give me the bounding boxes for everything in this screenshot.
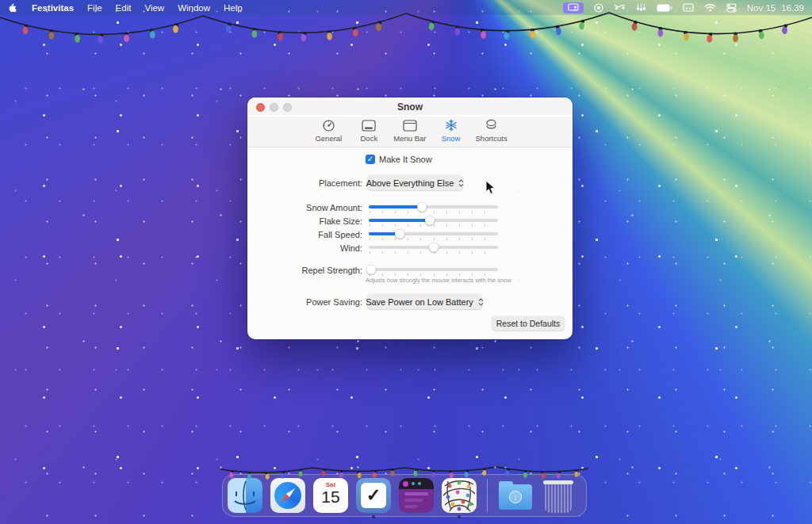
calendar-day: 15 [313,488,348,505]
popup-value: Above Everything Else [366,178,454,188]
window-title: Snow [247,101,573,113]
checkmark-icon: ✓ [361,483,386,508]
slider-ticks [370,251,497,254]
menu-app-name[interactable]: Festivitas [32,3,74,13]
snow-amount-slider[interactable] [369,202,498,215]
slider-label: Fall Speed: [247,229,362,240]
make-it-snow-checkbox[interactable]: ✓ [366,155,375,164]
tab-label: Shortcuts [476,134,508,143]
slider-ticks [370,211,497,213]
running-indicator [372,515,375,518]
fall-speed-row: Fall Speed: [247,229,573,242]
tab-snow[interactable]: Snow [435,117,467,147]
make-it-snow-row: ✓ Make It Snow [247,154,573,170]
menu-edit[interactable]: Edit [116,3,132,13]
dock-item-festivitas[interactable] [442,478,477,513]
dock-item-purple-app[interactable] [399,478,434,513]
flake-size-row: Flake Size: [247,216,573,228]
safari-compass [274,482,301,509]
toolbar-divider [247,147,573,147]
flake-size-slider[interactable] [369,216,498,228]
chevron-up-down-icon [478,298,484,306]
slider-ticks [370,273,497,276]
snow-amount-row: Snow Amount: [247,202,573,215]
dock-item-safari[interactable] [270,478,305,513]
tab-menu-bar[interactable]: Menu Bar [393,117,426,147]
repel-help-text: Adjusts how strongly the mouse interacts… [366,277,511,284]
settings-tab-bar: General Dock Menu Bar Snow [247,117,573,147]
slider-ticks [370,238,497,240]
power-saving-popup[interactable]: Save Power on Low Battery [367,294,482,309]
trash-icon [545,483,572,513]
slider-ticks [370,224,497,227]
control-center-icon[interactable] [726,3,737,13]
desktop-wallpaper: Festivitas File Edit View Window Help [0,0,812,524]
repel-strength-slider[interactable] [369,265,498,277]
slider-track [369,246,498,249]
power-saving-row: Power Saving: Save Power on Low Battery [247,294,573,310]
hanging-lights-icon[interactable] [636,3,646,13]
tab-dock[interactable]: Dock [353,117,385,147]
screen-recording-icon[interactable] [594,3,603,13]
slider-track [369,205,498,208]
wind-row: Wind: [247,243,573,255]
battery-icon[interactable] [657,4,672,12]
slider-label: Flake Size: [247,216,362,227]
dock-item-finder[interactable] [228,478,262,513]
placement-row: Placement: Above Everything Else [247,175,573,191]
tab-shortcuts[interactable]: Shortcuts [476,117,508,147]
placement-popup[interactable]: Above Everything Else [367,175,463,190]
running-indicator [458,515,461,518]
menu-bar: Festivitas File Edit View Window Help [0,0,812,15]
app-window-dots [399,478,434,489]
dock-item-downloads-folder[interactable]: ↓ [498,478,533,513]
menubar-date[interactable]: Nov 15 [747,3,776,13]
dock-icon [362,118,376,132]
tab-label: Menu Bar [393,134,426,143]
folder-icon: ↓ [499,484,532,510]
dock: Sat 15 ✓ [222,474,587,517]
menu-window[interactable]: Window [178,3,210,13]
slider-label: Snow Amount: [247,202,362,213]
menubar-time[interactable]: 16.39 [781,3,804,13]
tab-general[interactable]: General [312,117,344,147]
slider-label: Wind: [247,243,362,254]
fall-speed-slider[interactable] [369,229,498,242]
repel-strength-row: Repel Strength: [247,265,573,277]
tab-label: Dock [361,134,378,143]
menu-help[interactable]: Help [224,3,243,13]
screen-sharing-indicator[interactable] [563,2,584,13]
gauge-icon [322,118,335,132]
christmas-lights-top [0,11,812,86]
dock-separator [487,479,488,512]
placement-label: Placement: [247,178,362,189]
chevron-up-down-icon [458,179,464,187]
display-icon[interactable] [683,3,694,12]
menubar-icon [403,118,417,132]
reset-to-defaults-button[interactable]: Reset to Defaults [492,316,565,331]
dock-item-calendar[interactable]: Sat 15 [313,478,348,513]
dock-item-trash[interactable] [541,478,576,513]
popup-value: Save Power on Low Battery [366,297,473,307]
slider-track [369,219,498,222]
snowflake-icon [445,118,458,132]
slider-label: Repel Strength: [247,265,362,276]
slider-track [369,268,498,271]
tab-label: Snow [442,134,461,143]
download-arrow-icon: ↓ [509,491,522,503]
string-lights-icon[interactable] [614,3,626,13]
menu-file[interactable]: File [87,3,102,13]
make-it-snow-label: Make It Snow [379,154,432,165]
wifi-icon[interactable] [704,3,716,12]
dock-item-things[interactable]: ✓ [356,478,391,513]
wind-slider[interactable] [369,243,498,255]
window-titlebar[interactable]: Snow [247,98,573,115]
power-saving-label: Power Saving: [247,296,362,308]
shortcuts-icon [485,118,498,132]
apple-menu-icon[interactable] [8,2,18,13]
menu-view[interactable]: View [144,3,164,13]
slider-track [369,232,498,235]
snow-settings-window: Snow General Dock Menu Bar [247,98,573,339]
tab-label: General [315,134,342,143]
